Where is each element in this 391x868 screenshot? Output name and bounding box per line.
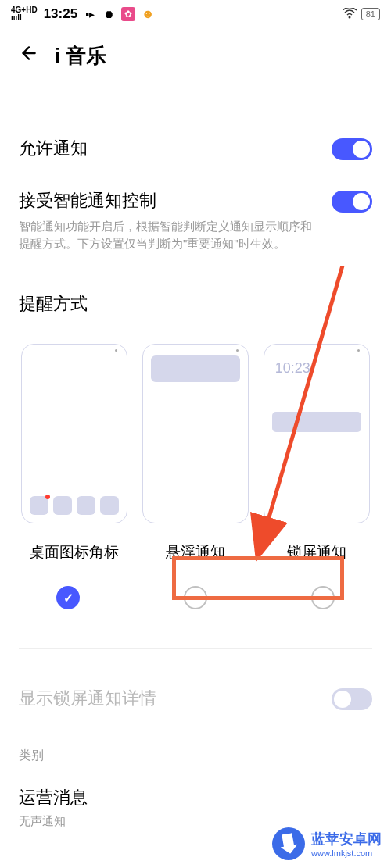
app-icon-2: ☻ (142, 8, 154, 20)
alert-lock-label: 锁屏通知 (287, 542, 346, 563)
status-time: 13:25 (44, 6, 77, 22)
alert-method-title: 提醒方式 (19, 292, 372, 316)
preview-float[interactable] (142, 344, 249, 523)
page-header: i 音乐 (0, 28, 391, 84)
back-button[interactable] (19, 43, 39, 69)
category-item-title: 运营消息 (19, 786, 372, 809)
watermark: 蓝苹安卓网 www.lmkjst.com (272, 827, 382, 860)
check-badge[interactable] (56, 586, 80, 609)
setting-allow-notifications: 允许通知 (19, 123, 372, 175)
alert-options-row: 桌面图标角标 悬浮通知 10:23 锁屏通知 (19, 344, 372, 563)
preview-lock-time: 10:23 (275, 360, 310, 377)
category-item[interactable]: 运营消息 无声通知 (19, 786, 372, 829)
alert-checks-row (19, 586, 372, 609)
alert-option-badge: 桌面图标角标 (19, 344, 131, 563)
setting-smart-control: 接受智能通知控制 智能通知功能开启后，根据智能判断定义通知显示顺序和提醒方式。下… (19, 175, 372, 267)
allow-notifications-label: 允许通知 (19, 137, 319, 161)
check-float[interactable] (184, 586, 207, 609)
record-icon: ⏺ (102, 8, 115, 20)
lockscreen-detail-label: 显示锁屏通知详情 (19, 687, 319, 711)
status-left: 4G+HDıııll 13:25 ▪▸ ⏺ ✿ ☻ (11, 6, 154, 22)
app-icon-1: ✿ (121, 7, 135, 21)
allow-notifications-toggle[interactable] (332, 138, 372, 160)
setting-lockscreen-detail: 显示锁屏通知详情 (19, 673, 372, 725)
smart-control-toggle[interactable] (332, 191, 372, 213)
page-title: i 音乐 (55, 42, 106, 70)
alert-option-float: 悬浮通知 (140, 344, 252, 563)
lockscreen-detail-toggle[interactable] (332, 688, 372, 710)
preview-badge[interactable] (21, 344, 127, 523)
watermark-logo-icon (272, 827, 305, 860)
category-header: 类别 (19, 748, 372, 764)
watermark-title: 蓝苹安卓网 (311, 830, 382, 848)
signal-indicator: 4G+HDıııll (11, 6, 38, 22)
divider (19, 648, 372, 649)
check-lock[interactable] (311, 586, 335, 609)
watermark-url: www.lmkjst.com (311, 848, 382, 858)
battery-indicator: 81 (361, 8, 380, 20)
alert-badge-label: 桌面图标角标 (30, 542, 119, 563)
svg-point-0 (348, 16, 350, 18)
alert-float-label: 悬浮通知 (166, 542, 225, 563)
smart-control-desc: 智能通知功能开启后，根据智能判断定义通知显示顺序和提醒方式。下方设置仅当判断为"… (19, 218, 319, 253)
alert-option-lock: 10:23 锁屏通知 (260, 344, 372, 563)
status-bar: 4G+HDıııll 13:25 ▪▸ ⏺ ✿ ☻ 81 (0, 0, 391, 28)
smart-control-label: 接受智能通知控制 (19, 189, 319, 213)
status-right: 81 (343, 8, 380, 21)
wifi-icon (343, 8, 357, 21)
video-icon: ▪▸ (84, 8, 96, 20)
preview-lock[interactable]: 10:23 (264, 344, 370, 523)
